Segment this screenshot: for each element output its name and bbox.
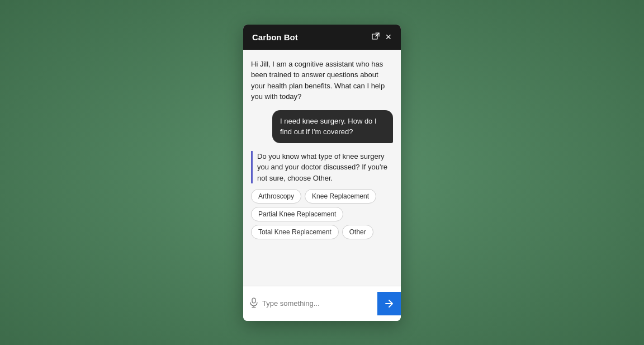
chat-header: Carbon Bot ✕ [243, 25, 401, 50]
chat-messages: Hi Jill, I am a cognitive assistant who … [243, 50, 401, 286]
user-bubble-1: I need knee surgery. How do I find out i… [272, 110, 393, 143]
chat-window: Carbon Bot ✕ Hi Jill, I am a cognitive a… [243, 25, 401, 321]
user-message-1: I need knee surgery. How do I find out i… [251, 110, 393, 143]
chip-total-knee-replacement[interactable]: Total Knee Replacement [251, 225, 339, 239]
svg-rect-1 [252, 298, 255, 303]
bot-message-1: Hi Jill, I am a cognitive assistant who … [251, 59, 393, 102]
send-button[interactable] [377, 292, 401, 315]
mic-icon[interactable] [250, 297, 258, 310]
chat-input[interactable] [262, 299, 373, 308]
chip-arthroscopy[interactable]: Arthroscopy [251, 189, 301, 204]
chat-input-area [243, 286, 401, 321]
external-link-icon[interactable] [372, 32, 380, 41]
chip-partial-knee-replacement[interactable]: Partial Knee Replacement [251, 207, 343, 221]
bot-message-text-2: Do you know what type of knee surgery yo… [251, 151, 393, 184]
chat-title: Carbon Bot [252, 32, 298, 42]
suggestion-chips: Arthroscopy Knee Replacement Partial Kne… [251, 189, 393, 239]
close-icon[interactable]: ✕ [385, 33, 392, 41]
header-icons: ✕ [372, 32, 392, 41]
bot-message-text-1: Hi Jill, I am a cognitive assistant who … [251, 59, 393, 102]
svg-rect-0 [372, 34, 377, 39]
bot-message-2: Do you know what type of knee surgery yo… [251, 151, 393, 240]
chip-knee-replacement[interactable]: Knee Replacement [305, 189, 376, 204]
chip-other[interactable]: Other [342, 225, 373, 239]
